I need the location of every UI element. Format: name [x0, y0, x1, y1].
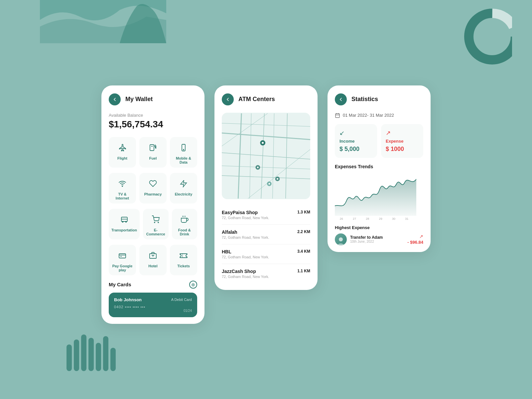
svg-point-22 [158, 222, 159, 223]
stats-screen: Statistics 01 Mar 2022- 31 Mar 2022 ↙ In… [328, 85, 431, 252]
plane-icon [116, 142, 128, 154]
flight-label: Flight [117, 156, 127, 160]
atm-header: ATM Centers [222, 93, 310, 105]
atm-distance: 1.1 KM [297, 269, 310, 273]
wifi-icon [116, 178, 128, 190]
svg-rect-1 [74, 339, 79, 371]
wallet-item-transport[interactable]: Transportation [109, 209, 140, 239]
google-label: Pay Google play [111, 264, 133, 272]
income-value: $ 5,000 [339, 146, 372, 153]
wallet-item-google[interactable]: Pay Google play [109, 245, 136, 275]
atm-name: HBL [222, 249, 269, 254]
transfer-name: Transfer to Adam [350, 235, 404, 240]
wallet-item-ecommerce[interactable]: E-Commerce [143, 209, 168, 239]
atm-distance: 3.4 KM [297, 249, 310, 254]
highest-expense-item: Transfer to Adam 10th June, 2022 ↗ - $96… [335, 233, 423, 245]
atm-address: 72, Gotham Road, New York. [222, 216, 269, 220]
highest-expense-label: Highest Expense [335, 225, 423, 230]
wallet-item-mobile[interactable]: Mobile & Data [170, 137, 197, 168]
pharmacy-label: Pharmacy [144, 192, 162, 196]
expense-value: $ 1000 [386, 146, 419, 153]
wallet-item-pharmacy[interactable]: Pharmacy [139, 173, 167, 203]
wallet-item-tv[interactable]: TV & Internet [109, 173, 136, 203]
ticket-icon [178, 249, 190, 261]
svg-rect-10 [150, 145, 154, 151]
svg-line-35 [222, 176, 310, 179]
tv-label: TV & Internet [111, 192, 133, 200]
bus-icon [118, 213, 130, 225]
food-label: Food & Drink [175, 228, 195, 236]
svg-point-63 [337, 243, 344, 245]
svg-point-62 [339, 237, 343, 241]
atm-back-button[interactable] [222, 93, 234, 105]
debit-card: Bob Johnson A Debit Card 0402 •••• •••• … [109, 293, 197, 317]
wallet-grid-row1: Flight Fuel [109, 137, 197, 168]
atm-distance: 2.2 KM [297, 229, 310, 234]
wallet-item-electricity[interactable]: Electricity [170, 173, 197, 203]
wallet-item-fuel[interactable]: Fuel [139, 137, 167, 168]
svg-rect-3 [88, 338, 94, 371]
expense-arrow-icon: ↗ [386, 129, 419, 137]
svg-line-38 [286, 113, 287, 198]
atm-screen: ATM Centers [214, 85, 318, 290]
atm-address: 72, Gotham Road, New York. [222, 255, 269, 259]
stats-back-button[interactable] [335, 93, 347, 105]
atm-address: 72, Gotham Road, New York. [222, 275, 269, 279]
wallet-item-hotel[interactable]: Hotel [139, 245, 167, 275]
card-holder-name: Bob Johnson [114, 297, 142, 302]
wallet-item-food[interactable]: Food & Drink [172, 209, 198, 239]
atm-list: EasyPaisa Shop 72, Gotham Road, New York… [222, 205, 310, 283]
svg-point-46 [262, 142, 264, 144]
stats-title: Statistics [351, 96, 378, 103]
wallet-back-button[interactable] [109, 93, 121, 105]
fuel-label: Fuel [149, 156, 157, 160]
svg-rect-4 [96, 343, 101, 371]
transfer-date: 10th June, 2022 [350, 240, 404, 243]
svg-line-42 [273, 113, 274, 198]
transfer-amount: - $96.84 [407, 240, 423, 245]
atm-item[interactable]: JazzCash Shop 72, Gotham Road, New York.… [222, 264, 310, 283]
my-cards-title: My Cards [109, 282, 131, 287]
atm-title: ATM Centers [238, 96, 275, 103]
atm-item[interactable]: EasyPaisa Shop 72, Gotham Road, New York… [222, 205, 310, 225]
avatar [335, 233, 347, 245]
transport-label: Transportation [111, 228, 137, 232]
wallet-item-tickets[interactable]: Tickets [170, 245, 197, 275]
svg-point-52 [268, 183, 270, 185]
balance-amount: $1,56,754.34 [109, 119, 197, 130]
svg-rect-26 [119, 254, 126, 258]
svg-point-48 [257, 167, 259, 168]
atm-distance: 1.3 KM [297, 210, 310, 214]
fuel-icon [147, 142, 159, 154]
map-view[interactable] [222, 113, 310, 199]
trends-title: Expenses Trends [335, 164, 423, 169]
wallet-grid-row3: Transportation E-Commerce [109, 209, 197, 239]
hotel-label: Hotel [148, 264, 158, 268]
atm-item[interactable]: Alfalah 72, Gotham Road, New York. 2.2 K… [222, 225, 310, 244]
add-card-button[interactable]: ⊕ [189, 281, 197, 289]
my-cards-header: My Cards ⊕ [109, 281, 197, 289]
svg-rect-2 [81, 334, 86, 371]
calendar-icon [335, 113, 340, 118]
svg-point-7 [469, 13, 512, 60]
svg-line-40 [222, 166, 310, 169]
svg-point-14 [122, 186, 123, 187]
wallet-grid-row2: TV & Internet Pharmacy Electricity [109, 173, 197, 203]
stats-header: Statistics [335, 93, 423, 105]
tickets-label: Tickets [177, 264, 190, 268]
atm-name: EasyPaisa Shop [222, 210, 269, 215]
svg-point-13 [183, 149, 184, 150]
svg-point-21 [154, 222, 155, 223]
svg-rect-6 [110, 348, 116, 371]
date-range: 01 Mar 2022- 31 Mar 2022 [335, 113, 423, 118]
transfer-arrow-icon: ↗ [419, 234, 423, 239]
screens-container: My Wallet Available Balance $1,56,754.34… [101, 85, 431, 324]
svg-line-33 [222, 133, 310, 140]
svg-point-9 [478, 23, 506, 51]
mobile-icon [178, 142, 190, 154]
svg-line-34 [222, 153, 310, 159]
wallet-item-flight[interactable]: Flight [109, 137, 136, 168]
svg-rect-0 [66, 344, 72, 371]
atm-item[interactable]: HBL 72, Gotham Road, New York. 3.4 KM [222, 244, 310, 264]
balance-label: Available Balance [109, 113, 197, 118]
